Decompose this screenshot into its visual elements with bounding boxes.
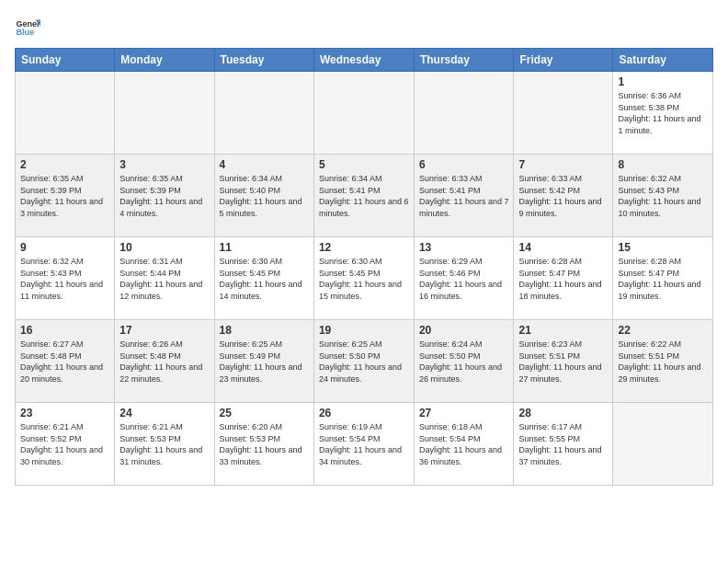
day-number: 28: [518, 407, 608, 419]
day-number: 10: [119, 241, 209, 254]
day-number: 2: [20, 158, 109, 171]
day-info: Sunrise: 6:35 AM Sunset: 5:39 PM Dayligh…: [119, 173, 209, 219]
calendar-header-row: SundayMondayTuesdayWednesdayThursdayFrid…: [16, 49, 713, 72]
day-number: 27: [419, 407, 509, 419]
day-number: 15: [618, 241, 708, 254]
calendar-header-wednesday: Wednesday: [313, 49, 414, 72]
day-number: 5: [319, 158, 409, 171]
calendar-cell: 14Sunrise: 6:28 AM Sunset: 5:47 PM Dayli…: [514, 237, 613, 320]
calendar-cell: [214, 72, 313, 155]
calendar-cell: 7Sunrise: 6:33 AM Sunset: 5:42 PM Daylig…: [514, 155, 613, 237]
day-info: Sunrise: 6:34 AM Sunset: 5:41 PM Dayligh…: [319, 173, 409, 219]
day-number: 1: [618, 75, 708, 88]
day-number: 18: [220, 324, 309, 337]
day-info: Sunrise: 6:33 AM Sunset: 5:42 PM Dayligh…: [518, 173, 608, 219]
day-info: Sunrise: 6:24 AM Sunset: 5:50 PM Dayligh…: [419, 339, 509, 385]
day-info: Sunrise: 6:26 AM Sunset: 5:48 PM Dayligh…: [119, 339, 209, 385]
day-info: Sunrise: 6:19 AM Sunset: 5:54 PM Dayligh…: [319, 421, 409, 467]
day-info: Sunrise: 6:27 AM Sunset: 5:48 PM Dayligh…: [20, 339, 109, 385]
calendar-cell: 26Sunrise: 6:19 AM Sunset: 5:54 PM Dayli…: [313, 403, 414, 486]
day-number: 25: [220, 407, 309, 419]
calendar-week-row-2: 2Sunrise: 6:35 AM Sunset: 5:39 PM Daylig…: [16, 155, 713, 237]
calendar-cell: 28Sunrise: 6:17 AM Sunset: 5:55 PM Dayli…: [514, 403, 613, 486]
calendar-header-thursday: Thursday: [414, 49, 514, 72]
day-info: Sunrise: 6:25 AM Sunset: 5:49 PM Dayligh…: [220, 339, 309, 385]
day-info: Sunrise: 6:30 AM Sunset: 5:45 PM Dayligh…: [319, 256, 409, 302]
day-info: Sunrise: 6:23 AM Sunset: 5:51 PM Dayligh…: [518, 339, 608, 385]
calendar-header-saturday: Saturday: [613, 49, 713, 72]
day-info: Sunrise: 6:28 AM Sunset: 5:47 PM Dayligh…: [518, 256, 608, 302]
day-info: Sunrise: 6:18 AM Sunset: 5:54 PM Dayligh…: [419, 421, 509, 467]
day-number: 8: [618, 158, 708, 171]
svg-text:Blue: Blue: [16, 28, 34, 37]
calendar-cell: 5Sunrise: 6:34 AM Sunset: 5:41 PM Daylig…: [313, 155, 414, 237]
day-number: 23: [20, 407, 109, 419]
calendar-cell: 21Sunrise: 6:23 AM Sunset: 5:51 PM Dayli…: [514, 320, 613, 403]
calendar-cell: 27Sunrise: 6:18 AM Sunset: 5:54 PM Dayli…: [414, 403, 514, 486]
day-number: 19: [319, 324, 409, 337]
day-info: Sunrise: 6:30 AM Sunset: 5:45 PM Dayligh…: [220, 256, 309, 302]
day-number: 16: [20, 324, 109, 337]
calendar-week-row-4: 16Sunrise: 6:27 AM Sunset: 5:48 PM Dayli…: [16, 320, 713, 403]
calendar-table: SundayMondayTuesdayWednesdayThursdayFrid…: [15, 48, 713, 486]
day-info: Sunrise: 6:33 AM Sunset: 5:41 PM Dayligh…: [419, 173, 509, 219]
calendar-cell: 9Sunrise: 6:32 AM Sunset: 5:43 PM Daylig…: [16, 237, 115, 320]
calendar-cell: 16Sunrise: 6:27 AM Sunset: 5:48 PM Dayli…: [16, 320, 115, 403]
day-info: Sunrise: 6:32 AM Sunset: 5:43 PM Dayligh…: [20, 256, 109, 302]
day-number: 11: [220, 241, 309, 254]
day-number: 14: [518, 241, 608, 254]
calendar-cell: 15Sunrise: 6:28 AM Sunset: 5:47 PM Dayli…: [613, 237, 713, 320]
day-info: Sunrise: 6:17 AM Sunset: 5:55 PM Dayligh…: [518, 421, 608, 467]
calendar-cell: 6Sunrise: 6:33 AM Sunset: 5:41 PM Daylig…: [414, 155, 514, 237]
calendar-cell: 20Sunrise: 6:24 AM Sunset: 5:50 PM Dayli…: [414, 320, 514, 403]
calendar-cell: 13Sunrise: 6:29 AM Sunset: 5:46 PM Dayli…: [414, 237, 514, 320]
calendar-cell: 24Sunrise: 6:21 AM Sunset: 5:53 PM Dayli…: [115, 403, 214, 486]
day-info: Sunrise: 6:32 AM Sunset: 5:43 PM Dayligh…: [618, 173, 708, 219]
calendar-cell: 19Sunrise: 6:25 AM Sunset: 5:50 PM Dayli…: [313, 320, 414, 403]
day-number: 7: [518, 158, 608, 171]
logo-icon: General Blue: [15, 15, 40, 40]
day-number: 21: [518, 324, 608, 337]
calendar-cell: 12Sunrise: 6:30 AM Sunset: 5:45 PM Dayli…: [313, 237, 414, 320]
calendar-cell: [313, 72, 414, 155]
calendar-cell: [514, 72, 613, 155]
day-info: Sunrise: 6:28 AM Sunset: 5:47 PM Dayligh…: [618, 256, 708, 302]
day-number: 6: [419, 158, 509, 171]
calendar-cell: 3Sunrise: 6:35 AM Sunset: 5:39 PM Daylig…: [115, 155, 214, 237]
day-info: Sunrise: 6:35 AM Sunset: 5:39 PM Dayligh…: [20, 173, 109, 219]
calendar-cell: 4Sunrise: 6:34 AM Sunset: 5:40 PM Daylig…: [214, 155, 313, 237]
calendar-header-sunday: Sunday: [16, 49, 115, 72]
calendar-cell: 23Sunrise: 6:21 AM Sunset: 5:52 PM Dayli…: [16, 403, 115, 486]
calendar-cell: 22Sunrise: 6:22 AM Sunset: 5:51 PM Dayli…: [613, 320, 713, 403]
calendar-week-row-3: 9Sunrise: 6:32 AM Sunset: 5:43 PM Daylig…: [16, 237, 713, 320]
calendar-cell: 10Sunrise: 6:31 AM Sunset: 5:44 PM Dayli…: [115, 237, 214, 320]
calendar-header-friday: Friday: [514, 49, 613, 72]
calendar-header-monday: Monday: [115, 49, 214, 72]
day-number: 26: [319, 407, 409, 419]
day-info: Sunrise: 6:25 AM Sunset: 5:50 PM Dayligh…: [319, 339, 409, 385]
day-info: Sunrise: 6:20 AM Sunset: 5:53 PM Dayligh…: [220, 421, 309, 467]
day-info: Sunrise: 6:21 AM Sunset: 5:53 PM Dayligh…: [119, 421, 209, 467]
day-info: Sunrise: 6:31 AM Sunset: 5:44 PM Dayligh…: [119, 256, 209, 302]
calendar-cell: [115, 72, 214, 155]
calendar-week-row-1: 1Sunrise: 6:36 AM Sunset: 5:38 PM Daylig…: [16, 72, 713, 155]
day-number: 22: [618, 324, 708, 337]
calendar-cell: 11Sunrise: 6:30 AM Sunset: 5:45 PM Dayli…: [214, 237, 313, 320]
day-number: 4: [220, 158, 309, 171]
calendar-cell: 18Sunrise: 6:25 AM Sunset: 5:49 PM Dayli…: [214, 320, 313, 403]
day-number: 13: [419, 241, 509, 254]
day-number: 24: [119, 407, 209, 419]
day-number: 9: [20, 241, 109, 254]
calendar-cell: [414, 72, 514, 155]
calendar-cell: 1Sunrise: 6:36 AM Sunset: 5:38 PM Daylig…: [613, 72, 713, 155]
calendar-cell: 8Sunrise: 6:32 AM Sunset: 5:43 PM Daylig…: [613, 155, 713, 237]
page-header: General Blue: [15, 15, 713, 40]
day-info: Sunrise: 6:34 AM Sunset: 5:40 PM Dayligh…: [220, 173, 309, 219]
day-info: Sunrise: 6:36 AM Sunset: 5:38 PM Dayligh…: [618, 90, 708, 136]
calendar-cell: 17Sunrise: 6:26 AM Sunset: 5:48 PM Dayli…: [115, 320, 214, 403]
calendar-cell: [16, 72, 115, 155]
day-number: 12: [319, 241, 409, 254]
calendar-week-row-5: 23Sunrise: 6:21 AM Sunset: 5:52 PM Dayli…: [16, 403, 713, 486]
day-info: Sunrise: 6:21 AM Sunset: 5:52 PM Dayligh…: [20, 421, 109, 467]
day-number: 17: [119, 324, 209, 337]
